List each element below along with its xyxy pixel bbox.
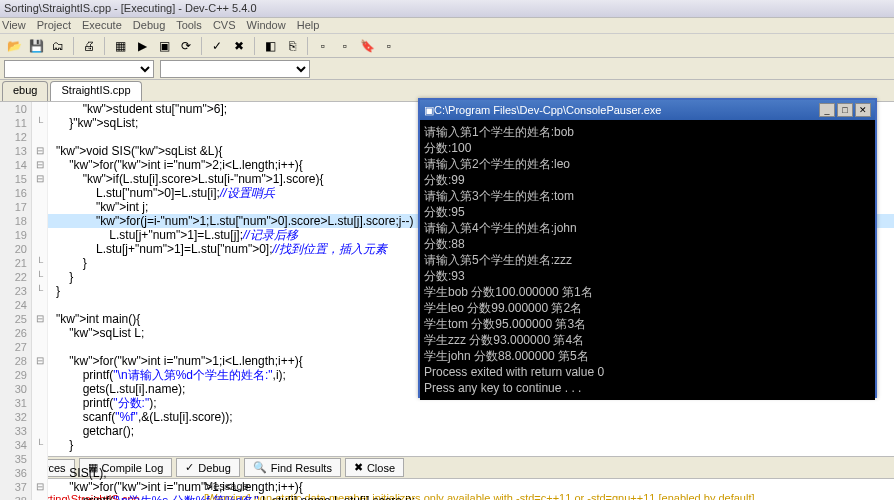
code-text [48, 452, 56, 466]
code-line[interactable]: 35 [0, 452, 894, 466]
console-line: 分数:100 [424, 140, 871, 156]
code-text [48, 130, 56, 144]
fold-marker[interactable]: ⊟ [32, 144, 48, 158]
class-combo[interactable] [4, 60, 154, 78]
fold-marker[interactable] [32, 396, 48, 410]
fold-marker[interactable] [32, 452, 48, 466]
console-line: 学生tom 分数95.000000 第3名 [424, 316, 871, 332]
separator [73, 37, 74, 55]
tab-debug-side[interactable]: ebug [2, 81, 48, 101]
fold-marker[interactable] [32, 340, 48, 354]
fold-marker[interactable]: ⊟ [32, 158, 48, 172]
fold-marker[interactable] [32, 410, 48, 424]
console-line: 分数:88 [424, 236, 871, 252]
fold-marker[interactable] [32, 102, 48, 116]
code-text: printf("\n请输入第%d个学生的姓名:",i); [48, 368, 286, 382]
fold-marker[interactable] [32, 298, 48, 312]
rebuild-icon[interactable]: ⟳ [176, 36, 196, 56]
goto-icon[interactable]: ⎘ [282, 36, 302, 56]
menubar: View Project Execute Debug Tools CVS Win… [0, 18, 894, 34]
close-button[interactable]: ✕ [855, 103, 871, 117]
code-text: scanf("%f",&(L.stu[i].score)); [48, 410, 233, 424]
fold-marker[interactable]: ⊟ [32, 354, 48, 368]
code-line[interactable]: 33 getchar(); [0, 424, 894, 438]
line-number: 12 [0, 130, 32, 144]
fold-marker[interactable] [32, 424, 48, 438]
fold-marker[interactable]: └ [32, 438, 48, 452]
fold-marker[interactable] [32, 368, 48, 382]
fold-marker[interactable]: └ [32, 116, 48, 130]
compile-icon[interactable]: ▦ [110, 36, 130, 56]
menu-debug[interactable]: Debug [133, 19, 165, 31]
fold-marker[interactable] [32, 130, 48, 144]
code-text: "kw">sqList [48, 326, 131, 340]
fold-marker[interactable] [32, 326, 48, 340]
compilerun-icon[interactable]: ▣ [154, 36, 174, 56]
fold-marker[interactable] [32, 242, 48, 256]
saveall-icon[interactable]: 🗂 [48, 36, 68, 56]
fold-marker[interactable] [32, 200, 48, 214]
fold-marker[interactable] [32, 186, 48, 200]
stop-icon[interactable]: ✖ [229, 36, 249, 56]
code-text: SIS(L); [48, 466, 107, 480]
console-line: 学生john 分数88.000000 第5名 [424, 348, 871, 364]
minimize-button[interactable]: _ [819, 103, 835, 117]
menu-execute[interactable]: Execute [82, 19, 122, 31]
menu-project[interactable]: Project [37, 19, 71, 31]
console-output[interactable]: 请输入第1个学生的姓名:bob分数:100请输入第2个学生的姓名:leo分数:9… [420, 120, 875, 400]
menu-help[interactable]: Help [297, 19, 320, 31]
code-line[interactable]: 36 SIS(L); [0, 466, 894, 480]
menu-cvs[interactable]: CVS [213, 19, 236, 31]
fold-marker[interactable] [32, 214, 48, 228]
toolbar: 📂 💾 🗂 🖨 ▦ ▶ ▣ ⟳ ✓ ✖ ◧ ⎘ ▫ ▫ 🔖 ▫ [0, 34, 894, 58]
code-text: printf("\n学生%s 分数%f 第%d名",L.stu[i].name,… [48, 494, 415, 500]
tool1-icon[interactable]: ▫ [313, 36, 333, 56]
menu-window[interactable]: Window [247, 19, 286, 31]
new-class-icon[interactable]: ◧ [260, 36, 280, 56]
fold-marker[interactable]: └ [32, 284, 48, 298]
code-line[interactable]: 32 scanf("%f",&(L.stu[i].score)); [0, 410, 894, 424]
code-text: "kw">for [48, 354, 114, 368]
debug-icon[interactable]: ✓ [207, 36, 227, 56]
window-titlebar: Sorting\StraightIS.cpp - [Executing] - D… [0, 0, 894, 18]
line-number: 25 [0, 312, 32, 326]
code-line[interactable]: 38 printf("\n学生%s 分数%f 第%d名",L.stu[i].na… [0, 494, 894, 500]
console-line: 学生zzz 分数93.000000 第4名 [424, 332, 871, 348]
menu-view[interactable]: View [2, 19, 26, 31]
fold-marker[interactable] [32, 228, 48, 242]
console-window[interactable]: ▣ C:\Program Files\Dev-Cpp\ConsolePauser… [418, 98, 877, 398]
save-icon[interactable]: 💾 [26, 36, 46, 56]
fold-marker[interactable]: └ [32, 256, 48, 270]
tool2-icon[interactable]: ▫ [335, 36, 355, 56]
line-number: 13 [0, 144, 32, 158]
fold-marker[interactable]: └ [32, 270, 48, 284]
fold-marker[interactable]: ⊟ [32, 312, 48, 326]
open-icon[interactable]: 📂 [4, 36, 24, 56]
fold-marker[interactable] [32, 382, 48, 396]
code-text: gets(L.stu[i].name); [48, 382, 185, 396]
code-text: "kw">if [48, 172, 119, 186]
tab-file[interactable]: StraightIS.cpp [50, 81, 141, 101]
line-number: 35 [0, 452, 32, 466]
fold-marker[interactable] [32, 494, 48, 500]
tool4-icon[interactable]: ▫ [379, 36, 399, 56]
tool3-icon[interactable]: 🔖 [357, 36, 377, 56]
code-text: L.stu[j+"num">1 [48, 242, 181, 256]
fold-marker[interactable]: ⊟ [32, 480, 48, 494]
console-line: 学生leo 分数99.000000 第2名 [424, 300, 871, 316]
code-text: getchar(); [48, 424, 134, 438]
maximize-button[interactable]: □ [837, 103, 853, 117]
line-number: 17 [0, 200, 32, 214]
code-line[interactable]: 34└ } [0, 438, 894, 452]
run-icon[interactable]: ▶ [132, 36, 152, 56]
console-titlebar[interactable]: ▣ C:\Program Files\Dev-Cpp\ConsolePauser… [420, 100, 875, 120]
member-combo[interactable] [160, 60, 310, 78]
line-number: 33 [0, 424, 32, 438]
console-line: 请输入第5个学生的姓名:zzz [424, 252, 871, 268]
fold-marker[interactable] [32, 466, 48, 480]
code-line[interactable]: 37⊟ "kw">for("kw">int i="num">1;i<L.leng… [0, 480, 894, 494]
fold-marker[interactable]: ⊟ [32, 172, 48, 186]
code-text: }"kw">sqList [48, 116, 135, 130]
menu-tools[interactable]: Tools [176, 19, 202, 31]
print-icon[interactable]: 🖨 [79, 36, 99, 56]
